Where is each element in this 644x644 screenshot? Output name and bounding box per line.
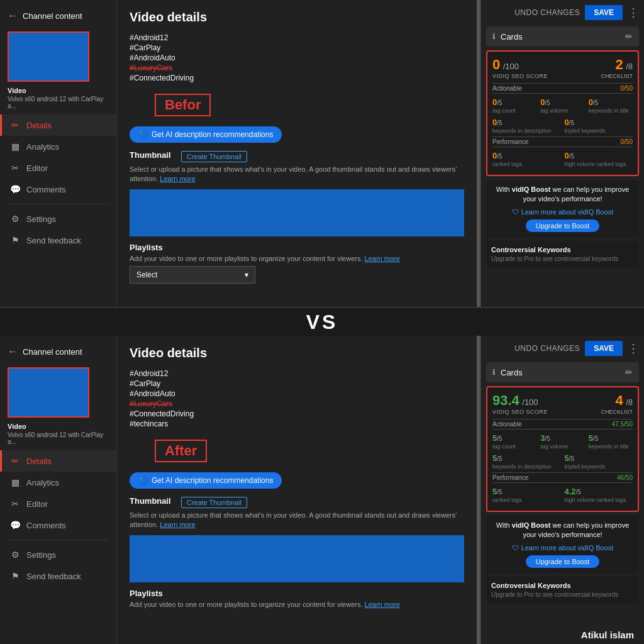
sidebar-item-feedback[interactable]: ⚑ Send feedback xyxy=(0,230,116,251)
thumb-learn-more-top[interactable]: Learn more xyxy=(160,175,195,182)
nav-feedback-label-bottom: Send feedback xyxy=(26,572,81,581)
tag-androidauto-top: #AndroidAuto xyxy=(130,53,464,62)
seo-score-bottom: 93.4 xyxy=(492,392,519,408)
sidebar-item-settings[interactable]: ⚙ Settings xyxy=(0,208,116,230)
tags-area-bottom: #Android12 #CarPlay #AndroidAuto #Luxury… xyxy=(130,369,464,428)
boost-text-bottom: With vidIQ Boost we can help you improve… xyxy=(491,521,634,540)
cards-label-bottom: Cards xyxy=(501,368,523,377)
actionable-score-top: 0/50 xyxy=(621,85,633,92)
metric-high-vol-top: 0/5 high volume ranked tags xyxy=(565,150,633,167)
metric-tag-volume-bottom: 3/5 tag volume xyxy=(540,432,584,450)
nav-editor-label-bottom: Editor xyxy=(26,499,48,509)
metrics-row1-bottom: 5/5 tag count 3/5 tag volume 5/5 keyword… xyxy=(492,432,633,450)
chevron-down-icon: ▾ xyxy=(245,270,248,279)
sidebar-item-feedback-bottom[interactable]: ⚑ Send feedback xyxy=(0,565,116,587)
tag-techincars-bottom: #techincars xyxy=(130,419,464,428)
metric-tripled-bottom: 5/5 tripled keywords xyxy=(565,452,633,470)
page-title-top: Video details xyxy=(130,10,464,25)
upgrade-btn-bottom[interactable]: Upgrade to Boost xyxy=(526,555,600,568)
ai-description-btn-bottom[interactable]: 🔵 Get AI description recommendations xyxy=(130,472,282,489)
sidebar-item-analytics-bottom[interactable]: ▦ Analytics xyxy=(0,472,116,493)
channel-content-label: Channel content xyxy=(23,11,82,21)
playlist-learn-more-bottom[interactable]: Learn more xyxy=(365,601,400,608)
sidebar-item-settings-bottom[interactable]: ⚙ Settings xyxy=(0,544,116,565)
video-title: Volvo s60 android 12 with CarPlay a... xyxy=(0,96,116,114)
more-icon-bottom[interactable]: ⋮ xyxy=(628,341,639,355)
metric-keywords-title-bottom: 5/5 keywords in title xyxy=(589,432,633,450)
metric-tag-count-top: 0/5 tag count xyxy=(492,96,536,114)
playlist-select-top[interactable]: Select ▾ xyxy=(130,266,255,284)
sidebar-item-details[interactable]: ✏ Details xyxy=(0,114,116,136)
vs-text: VS xyxy=(306,311,338,334)
thumb-learn-more-bottom[interactable]: Learn more xyxy=(160,521,195,528)
back-arrow[interactable]: ← xyxy=(8,10,18,21)
sidebar-item-analytics[interactable]: ▦ Analytics xyxy=(0,136,116,157)
nav-analytics-label-bottom: Analytics xyxy=(26,478,59,487)
seo-box-top: 0 /100 VIDIQ SEO SCORE 2 /8 CHECKLIST xyxy=(486,50,639,176)
boost-link-top[interactable]: 🛡 Learn more about vidIQ Boost xyxy=(491,208,634,216)
more-icon-top[interactable]: ⋮ xyxy=(628,6,639,19)
nav-details-label: Details xyxy=(26,121,52,130)
befor-label: Befor xyxy=(155,94,211,116)
pencil-icon-bottom: ✏ xyxy=(10,456,20,466)
top-main: Video details #Android12 #CarPlay #Andro… xyxy=(116,0,477,307)
playlist-desc-bottom: Add your video to one or more playlists … xyxy=(130,601,464,608)
sidebar-item-details-bottom[interactable]: ✏ Details xyxy=(0,450,116,472)
metrics-row3-bottom: 5/5 ranked tags 4.2/5 high volume ranked… xyxy=(492,486,633,503)
actionable-label-bottom: Actionable xyxy=(492,421,522,428)
performance-row-top: Performance 0/50 xyxy=(492,136,633,147)
ai-description-btn-top[interactable]: 🔵 Get AI description recommendations xyxy=(130,126,282,143)
thumb-desc-top: Select or upload a picture that shows wh… xyxy=(130,165,464,184)
controversial-title-bottom: Controversial Keywords xyxy=(491,582,634,589)
tag-android12-top: #Android12 xyxy=(130,33,464,42)
boost-link-bottom[interactable]: 🛡 Learn more about vidIQ Boost xyxy=(491,544,634,552)
sidebar-item-comments[interactable]: 💬 Comments xyxy=(0,179,116,200)
edit-icon-bottom[interactable]: ✏ xyxy=(625,367,633,377)
thumbnail-preview-bottom xyxy=(130,535,464,582)
seo-box-bottom: 93.4 /100 VIDIQ SEO SCORE 4 /8 CHECKLIST xyxy=(486,386,639,512)
thumbnail-preview-top xyxy=(130,189,464,236)
boost-text-top: With vidIQ Boost we can help you improve… xyxy=(491,185,634,204)
upgrade-btn-top[interactable]: Upgrade to Boost xyxy=(526,219,600,232)
seo-top-row-bottom: 93.4 /100 VIDIQ SEO SCORE 4 /8 CHECKLIST xyxy=(492,392,633,415)
seo-score-label-top: VIDIQ SEO SCORE xyxy=(492,73,560,79)
video-thumbnail-bottom xyxy=(8,367,89,418)
nav-divider-bottom xyxy=(8,540,109,540)
checklist-block-top: 2 /8 CHECKLIST xyxy=(565,57,633,79)
save-btn-bottom[interactable]: SAVE xyxy=(585,341,623,356)
metric-tripled-top: 0/5 tripled keywords xyxy=(565,116,633,134)
controversial-title-top: Controversial Keywords xyxy=(491,246,634,253)
metrics-row2-bottom: 5/5 keywords in description 5/5 tripled … xyxy=(492,452,633,470)
tag-androidauto-bottom: #AndroidAuto xyxy=(130,389,464,398)
tags-area-top: #Android12 #CarPlay #AndroidAuto #Luxury… xyxy=(130,33,464,82)
tag-connecteddriving-bottom: #ConnectedDriving xyxy=(130,409,464,418)
bottom-right-panel: UNDO CHANGES SAVE ⋮ ℹ Cards ✏ 93.4 xyxy=(480,336,644,644)
metric-keywords-desc-top: 0/5 keywords in description xyxy=(492,116,561,134)
checklist-denom-top: /8 xyxy=(626,62,633,71)
sidebar-item-editor[interactable]: ✂ Editor xyxy=(0,157,116,179)
thumbnail-label-bottom: Thumbnail xyxy=(130,496,171,506)
shield-icon-bottom: 🛡 xyxy=(512,544,519,552)
nav-editor-label: Editor xyxy=(26,164,48,173)
save-btn-top[interactable]: SAVE xyxy=(585,5,623,20)
nav-analytics-label: Analytics xyxy=(26,142,59,152)
create-thumb-btn-top[interactable]: Create Thumbnail xyxy=(181,151,247,162)
performance-row-bottom: Performance 46/50 xyxy=(492,472,633,483)
checklist-score-top: 2 xyxy=(615,57,623,72)
edit-icon-top[interactable]: ✏ xyxy=(625,31,633,42)
comments-icon-bottom: 💬 xyxy=(10,520,20,530)
sidebar-item-editor-bottom[interactable]: ✂ Editor xyxy=(0,493,116,514)
performance-score-bottom: 46/50 xyxy=(617,474,633,481)
controversial-desc-top: Upgrade to Pro to see controversial keyw… xyxy=(491,255,634,262)
sidebar-item-comments-bottom[interactable]: 💬 Comments xyxy=(0,514,116,536)
video-title-bottom: Volvo s60 android 12 with CarPlay a... xyxy=(0,431,116,450)
undo-btn-top[interactable]: UNDO CHANGES xyxy=(514,8,580,17)
top-sidebar: ← Channel content Video Volvo s60 androi… xyxy=(0,0,116,307)
editor-icon: ✂ xyxy=(10,163,20,173)
playlist-label-bottom: Playlists xyxy=(130,589,464,598)
playlist-learn-more-top[interactable]: Learn more xyxy=(365,255,400,262)
undo-btn-bottom[interactable]: UNDO CHANGES xyxy=(514,344,580,353)
create-thumb-btn-bottom[interactable]: Create Thumbnail xyxy=(181,497,247,508)
back-arrow-bottom[interactable]: ← xyxy=(8,346,18,357)
seo-score-label-bottom: VIDIQ SEO SCORE xyxy=(492,409,560,415)
